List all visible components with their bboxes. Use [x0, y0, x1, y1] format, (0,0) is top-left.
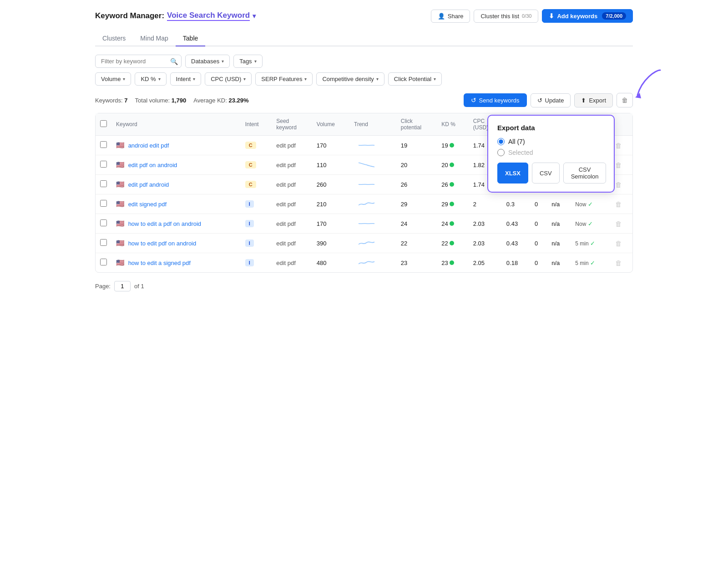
page-input[interactable]: [114, 281, 131, 291]
avg-kd-value: 23.29%: [228, 97, 248, 104]
export-all-radio[interactable]: [497, 138, 505, 145]
page-header: Keyword Manager: Voice Search Keyword ▾ …: [95, 9, 633, 23]
seed-keyword: edit pdf: [272, 155, 312, 175]
flag-icon: 🇺🇸: [116, 200, 125, 208]
download-icon: ⬇: [549, 12, 554, 20]
keyword-filter-input[interactable]: [95, 55, 182, 68]
export-csv-button[interactable]: CSV: [532, 163, 560, 184]
volume-cell: 110: [312, 155, 349, 175]
select-all-checkbox[interactable]: [100, 120, 107, 127]
results-cell: 0: [530, 253, 547, 273]
tags-label: Tags: [239, 58, 252, 65]
delete-all-button[interactable]: 🗑: [617, 93, 633, 107]
delete-row-button[interactable]: 🗑: [615, 259, 622, 267]
intent-badge: I: [245, 200, 254, 208]
kd-dot: [450, 182, 454, 187]
click-potential-cell: 29: [396, 194, 437, 214]
row-checkbox[interactable]: [100, 219, 107, 226]
export-selected-radio[interactable]: [497, 149, 505, 156]
tab-bar: Clusters Mind Map Table: [95, 31, 633, 46]
delete-row-button[interactable]: 🗑: [615, 220, 622, 228]
freshness-text: 5 min: [575, 240, 588, 247]
check-icon: ✓: [590, 260, 595, 266]
volume-cell: 480: [312, 253, 349, 273]
export-csv-semicolon-button[interactable]: CSV Semicolon: [563, 163, 607, 184]
click-potential-filter-button[interactable]: Click Potential ▾: [388, 72, 442, 86]
share-icon: 👤: [438, 13, 445, 20]
list-dropdown-arrow[interactable]: ▾: [253, 12, 256, 20]
intent-badge: C: [245, 142, 256, 149]
avg-kd-stat: Average KD: 23.29%: [193, 97, 248, 104]
export-all-option[interactable]: All (7): [497, 138, 605, 145]
row-checkbox[interactable]: [100, 200, 107, 207]
trend-cell: [349, 155, 396, 175]
add-keywords-count: 7/2,000: [602, 12, 626, 20]
search-icon-button[interactable]: 🔍: [170, 58, 178, 65]
trend-cell: [349, 234, 396, 253]
table-row: 🇺🇸 how to edit a signed pdf I edit pdf 4…: [96, 253, 632, 273]
delete-row-button[interactable]: 🗑: [615, 181, 622, 189]
keyword-link[interactable]: android edit pdf: [128, 142, 169, 149]
row-checkbox[interactable]: [100, 141, 107, 148]
stats-summary: Keywords: 7 Total volume: 1,790 Average …: [95, 97, 249, 104]
tab-mindmap[interactable]: Mind Map: [133, 31, 175, 46]
trash-icon: 🗑: [622, 97, 628, 104]
intent-filter-button[interactable]: Intent ▾: [170, 72, 202, 86]
delete-row-button[interactable]: 🗑: [615, 240, 622, 247]
trend-cell: [349, 214, 396, 234]
share-button[interactable]: 👤 Share: [431, 10, 470, 23]
volume-filter-button[interactable]: Volume ▾: [95, 72, 131, 86]
export-icon: ⬆: [581, 97, 586, 104]
tags-filter-button[interactable]: Tags ▾: [233, 55, 262, 68]
kd-cell: 24: [437, 214, 468, 234]
cpc-filter-button[interactable]: CPC (USD) ▾: [205, 72, 252, 86]
serp-filter-label: SERP Features: [261, 76, 302, 82]
row-checkbox[interactable]: [100, 239, 107, 246]
keyword-link[interactable]: edit signed pdf: [128, 201, 167, 208]
kd-cell: 23: [437, 253, 468, 273]
kd-cell: 19: [437, 136, 468, 155]
seed-keyword: edit pdf: [272, 175, 312, 194]
tags-chevron-icon: ▾: [254, 59, 257, 64]
delete-row-button[interactable]: 🗑: [615, 142, 622, 149]
volume-filter-label: Volume: [101, 76, 121, 82]
filter-row-2: Volume ▾ KD % ▾ Intent ▾ CPC (USD) ▾ SER…: [95, 72, 633, 86]
kd-filter-button[interactable]: KD % ▾: [135, 72, 166, 86]
keyword-link[interactable]: how to edit pdf on android: [128, 240, 197, 247]
send-keywords-button[interactable]: ↺ Send keywords: [464, 93, 527, 107]
com-density-cell: 0.18: [502, 253, 530, 273]
table-row: 🇺🇸 how to edit a pdf on android I edit p…: [96, 214, 632, 234]
row-checkbox[interactable]: [100, 161, 107, 168]
add-keywords-button[interactable]: ⬇ Add keywords 7/2,000: [542, 9, 633, 23]
tab-clusters[interactable]: Clusters: [95, 31, 133, 46]
databases-filter-button[interactable]: Databases ▾: [185, 55, 230, 68]
export-xlsx-button[interactable]: XLSX: [497, 163, 528, 184]
keyword-link[interactable]: edit pdf on android: [128, 162, 177, 168]
update-button[interactable]: ↺ Update: [531, 93, 571, 107]
keywords-stat-label: Keywords:: [95, 97, 123, 104]
click-potential-cell: 26: [396, 175, 437, 194]
cluster-list-button[interactable]: Cluster this list 0/30: [474, 10, 538, 23]
delete-row-button[interactable]: 🗑: [615, 161, 622, 169]
keyword-link[interactable]: edit pdf android: [128, 181, 169, 188]
col-trend: Trend: [349, 113, 396, 136]
comp-density-filter-button[interactable]: Competitive density ▾: [316, 72, 384, 86]
col-volume: Volume: [312, 113, 349, 136]
send-icon: ↺: [471, 97, 476, 104]
intent-badge: I: [245, 220, 254, 227]
cpc-cell: 2: [469, 194, 502, 214]
delete-row-button[interactable]: 🗑: [615, 200, 622, 208]
row-checkbox[interactable]: [100, 259, 107, 265]
arrow-annotation: [628, 66, 665, 103]
export-selected-option[interactable]: Selected: [497, 149, 605, 156]
cpc-cell: 2.03: [469, 234, 502, 253]
serp-filter-button[interactable]: SERP Features ▾: [255, 72, 313, 86]
keyword-link[interactable]: how to edit a signed pdf: [128, 260, 191, 266]
keyword-link[interactable]: how to edit a pdf on android: [128, 220, 201, 227]
cpc-cell: 2.05: [469, 253, 502, 273]
tab-table[interactable]: Table: [176, 31, 205, 46]
seed-keyword: edit pdf: [272, 234, 312, 253]
export-button[interactable]: ⬆ Export: [574, 93, 613, 107]
row-checkbox[interactable]: [100, 180, 107, 187]
keyword-list-link[interactable]: Voice Search Keyword: [167, 11, 250, 21]
